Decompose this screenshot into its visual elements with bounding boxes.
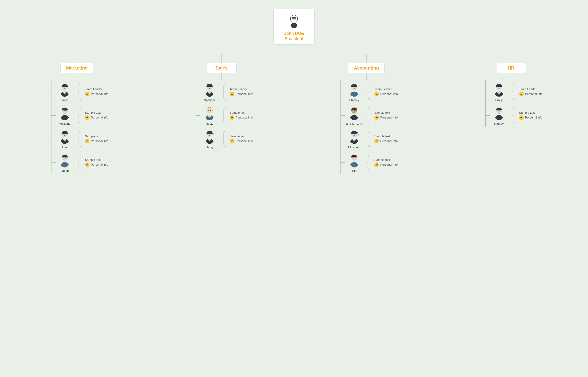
info-item-eric-1[interactable]: ☰ Personal info <box>374 115 402 120</box>
info-box-emily: Team Leader ☰ Personal Info <box>519 87 547 96</box>
avatar-daisy <box>202 129 217 145</box>
info-row-eric-1: Sample text ☰ Personal info <box>374 111 402 120</box>
member-avatar-wrap-williams: Williams <box>56 106 74 125</box>
member-card-jane[interactable]: Jane Team Leader ☰ <box>56 82 112 102</box>
member-card-elizabeth[interactable]: Elizabeth Sample text ☰ <box>345 129 402 149</box>
members-conn-hr <box>511 73 511 80</box>
dept-label-sales: Sales <box>216 65 228 71</box>
list-icon-elizabeth-1: ☰ <box>374 139 379 143</box>
svg-point-42 <box>355 134 355 134</box>
info-row-elizabeth-1: Sample text ☰ Personal info <box>374 134 402 143</box>
dept-vert-hr <box>511 54 511 63</box>
members-conn-accounting <box>366 73 366 80</box>
member-card-daisy[interactable]: Daisy Sample text ☰ <box>200 129 257 149</box>
info-item-williams-1[interactable]: ☰ Personal info <box>85 115 112 120</box>
root-avatar <box>286 13 302 29</box>
info-item-stanley-1[interactable]: ☰ Personal Info <box>374 92 402 96</box>
info-item-harvey-1[interactable]: ☰ Personal info <box>519 115 547 120</box>
svg-point-33 <box>355 87 355 87</box>
svg-point-5 <box>293 19 294 19</box>
info-box-bill: Sample text ☰ Personal info <box>374 158 402 167</box>
info-box-jacob: Sample text ☰ Personal info <box>85 158 112 167</box>
info-text-spencer-1: Personal Info <box>236 92 253 96</box>
info-box-jane: Team Leader ☰ Personal Info <box>85 87 112 96</box>
member-card-lisa[interactable]: Lisa Sample text ☰ <box>56 129 112 149</box>
avatar-spencer <box>202 82 217 97</box>
member-avatar-wrap-elizabeth: Elizabeth <box>345 129 363 149</box>
svg-point-30 <box>210 134 211 134</box>
info-row-jacob-1: Sample text ☰ Personal info <box>85 158 112 167</box>
svg-point-12 <box>65 110 66 111</box>
info-label-daisy-role: Sample text <box>230 134 257 138</box>
org-chart: John DOE President Marketing <box>5 9 583 174</box>
info-item-jacob-1[interactable]: ☰ Personal info <box>85 162 112 167</box>
member-avatar-wrap-rusty: Rusty <box>200 106 219 125</box>
member-row-jacob: Jacob Sample text ☰ <box>41 151 112 174</box>
avatar-bill <box>346 153 362 168</box>
avatar-eric <box>346 106 362 121</box>
dept-box-marketing[interactable]: Marketing <box>60 63 93 73</box>
info-text-eric-1: Personal info <box>380 116 398 119</box>
member-card-stanley[interactable]: Stanley Team Leader ☰ <box>345 82 402 102</box>
svg-point-26 <box>208 110 209 111</box>
info-item-daisy-1[interactable]: ☰ Personal info <box>230 139 257 143</box>
info-box-williams: Sample text ☰ Personal info <box>85 111 112 120</box>
list-icon-stanley-1: ☰ <box>374 92 379 96</box>
member-name-spencer: Spencer <box>204 98 215 102</box>
svg-point-18 <box>65 134 66 134</box>
dept-box-sales[interactable]: Sales <box>207 63 236 73</box>
member-card-harvey[interactable]: Harvey Sample text ☰ <box>490 106 547 125</box>
root-node[interactable]: John DOE President <box>273 9 315 45</box>
dept-column-hr: HR <box>439 54 584 127</box>
brace-lisa <box>78 130 81 148</box>
info-row-williams-1: Sample text ☰ Personal info <box>85 111 112 120</box>
list-icon-jacob-1: ☰ <box>85 162 89 167</box>
info-text-emily-1: Personal Info <box>525 92 543 96</box>
info-item-rusty-1[interactable]: ☰ Personal info <box>230 115 257 120</box>
svg-point-20 <box>64 157 64 158</box>
info-item-jane-1[interactable]: ☰ Personal Info <box>85 92 112 96</box>
member-row-spencer: Spencer Team Leader ☰ <box>186 80 257 104</box>
dept-column-accounting: Accounting <box>294 54 439 174</box>
info-item-spencer-1[interactable]: ☰ Personal Info <box>230 92 257 96</box>
info-item-emily-1[interactable]: ☰ Personal Info <box>519 92 547 96</box>
brace-spencer <box>222 82 226 101</box>
dept-horizontal-line <box>68 54 520 54</box>
info-text-jacob-1: Personal info <box>91 163 108 166</box>
member-card-spencer[interactable]: Spencer Team Leader ☰ <box>200 82 257 102</box>
avatar-jane <box>57 82 72 97</box>
member-avatar-wrap-lisa: Lisa <box>56 129 74 149</box>
info-label-harvey-role: Sample text <box>519 111 547 114</box>
member-card-rusty[interactable]: Rusty Sample text ☰ <box>200 106 257 125</box>
info-box-daisy: Sample text ☰ Personal info <box>230 134 257 143</box>
member-name-harvey: Harvey <box>494 122 504 125</box>
info-item-bill-1[interactable]: ☰ Personal info <box>374 162 402 167</box>
member-name-eric: Eric TATLAR <box>346 122 363 125</box>
brace-williams <box>78 106 81 124</box>
brace-rusty <box>222 106 226 124</box>
info-item-lisa-1[interactable]: ☰ Personal info <box>85 139 112 143</box>
members-conn-sales <box>222 73 222 80</box>
member-card-williams[interactable]: Williams Sample text ☰ <box>56 106 112 125</box>
member-card-jacob[interactable]: Jacob Sample text ☰ <box>56 153 112 173</box>
dept-label-hr: HR <box>508 65 514 71</box>
member-row-stanley: Stanley Team Leader ☰ <box>331 80 402 104</box>
info-row-bill-1: Sample text ☰ Personal info <box>374 158 402 167</box>
members-conn-marketing <box>77 73 77 80</box>
root-connector <box>294 45 294 54</box>
info-label-elizabeth-role: Sample text <box>374 134 402 138</box>
member-row-daisy: Daisy Sample text ☰ <box>186 127 257 151</box>
member-row-eric: Eric TATLAR Sample text ☰ <box>331 104 402 127</box>
svg-point-53 <box>498 110 498 111</box>
member-card-eric[interactable]: Eric TATLAR Sample text ☰ <box>345 106 402 125</box>
info-item-elizabeth-1[interactable]: ☰ Personal info <box>374 139 402 143</box>
avatar-lisa <box>57 129 72 145</box>
dept-box-accounting[interactable]: Accounting <box>348 63 385 73</box>
dept-box-hr[interactable]: HR <box>496 63 526 73</box>
info-text-williams-1: Personal info <box>91 116 108 119</box>
list-icon-williams-1: ☰ <box>85 115 89 120</box>
member-card-emily[interactable]: Emily Team Leader ☰ <box>490 82 547 102</box>
info-text-lisa-1: Personal info <box>91 139 108 143</box>
member-card-bill[interactable]: Bill Sample text ☰ <box>345 153 402 173</box>
list-icon-eric-1: ☰ <box>374 115 379 120</box>
